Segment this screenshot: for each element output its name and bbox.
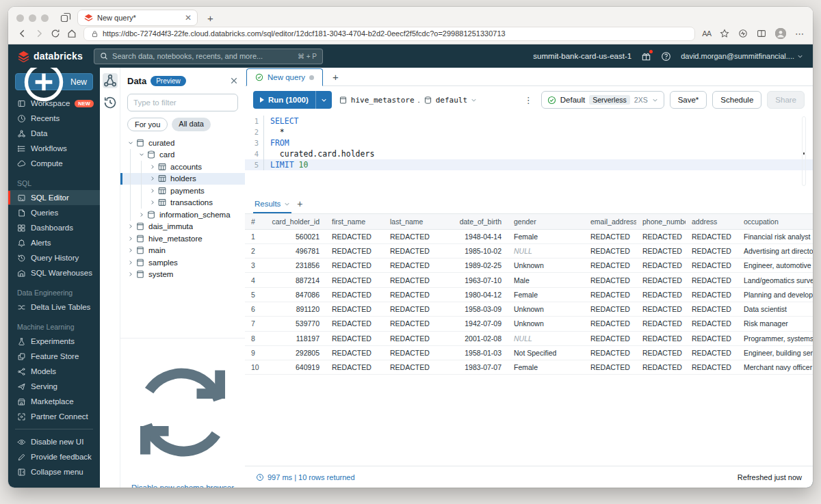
chevron-right-icon[interactable]	[148, 186, 157, 195]
back-icon[interactable]	[18, 29, 27, 38]
browser-tab[interactable]: New query* ✕	[77, 10, 198, 26]
chevron-right-icon[interactable]	[126, 246, 135, 255]
chevron-right-icon[interactable]	[126, 222, 135, 231]
minimize-window-button[interactable]	[29, 14, 36, 22]
sidebar-item-disable-new-ui[interactable]: Disable new UI	[8, 434, 100, 449]
sidebar-item-delta-live-tables[interactable]: Delta Live Tables	[8, 300, 100, 315]
schema-history-tab-icon[interactable]	[103, 95, 118, 110]
schedule-button[interactable]: Schedule	[712, 91, 761, 109]
profile-avatar[interactable]	[775, 28, 786, 39]
sidebar-item-marketplace[interactable]: Marketplace	[8, 394, 100, 409]
home-icon[interactable]	[67, 29, 77, 38]
column-header-card-holder-id[interactable]: card_holder_id	[260, 214, 326, 229]
sidebar-item-feature-store[interactable]: Feature Store	[8, 349, 100, 364]
tree-item-hive-metastore[interactable]: hive_metastore	[120, 233, 245, 245]
sql-line-5[interactable]: 5LIMIT 10	[245, 159, 813, 170]
chevron-right-icon[interactable]	[148, 174, 157, 183]
column-header-first-name[interactable]: first_name	[326, 214, 384, 229]
editor-scrollbar[interactable]	[802, 116, 806, 186]
chevron-down-icon[interactable]	[126, 138, 135, 147]
tab-overview-icon[interactable]	[60, 12, 72, 23]
column-header-address[interactable]: address	[686, 214, 738, 229]
scope-tab-all-data[interactable]: All data	[172, 118, 211, 131]
new-button[interactable]: New	[15, 73, 93, 90]
chevron-right-icon[interactable]	[148, 198, 157, 207]
sidebar-item-workflows[interactable]: Workflows	[8, 141, 100, 156]
schema-filter[interactable]	[127, 94, 238, 111]
chevron-down-icon[interactable]	[137, 150, 146, 159]
add-results-tab-button[interactable]: +	[297, 198, 302, 209]
chevron-right-icon[interactable]	[126, 270, 135, 279]
save-button[interactable]: Save*	[670, 91, 707, 109]
tree-item-accounts[interactable]: accounts	[120, 161, 245, 173]
sidebar-item-recents[interactable]: Recents	[8, 111, 100, 126]
close-tab-icon[interactable]: ✕	[185, 13, 192, 23]
sql-line-4[interactable]: 4 curated.card.holders	[245, 148, 813, 159]
new-tab-button[interactable]: +	[203, 12, 218, 24]
add-query-tab-button[interactable]: +	[323, 71, 348, 85]
window-controls[interactable]	[16, 14, 49, 22]
run-button[interactable]: Run (1000)	[253, 91, 332, 109]
tree-item-main[interactable]: main	[120, 245, 245, 257]
sql-line-2[interactable]: 2 *	[245, 127, 813, 137]
sidebar-item-query-history[interactable]: Query History	[8, 250, 100, 265]
kebab-menu-icon[interactable]: ⋮	[521, 95, 536, 105]
sidebar-item-alerts[interactable]: Alerts	[8, 235, 100, 250]
more-options-icon[interactable]: ⋯	[795, 29, 805, 39]
favorites-star-icon[interactable]	[720, 29, 729, 38]
tree-item-system[interactable]: system	[120, 269, 245, 281]
sidebar-item-compute[interactable]: Compute	[8, 156, 100, 171]
user-menu[interactable]: david.morgan@summitfinancial....	[681, 52, 803, 60]
refresh-icon[interactable]	[120, 344, 245, 481]
sidebar-item-experiments[interactable]: Experiments	[8, 334, 100, 349]
browser-essentials-icon[interactable]	[738, 29, 748, 38]
scrollbar-thumb[interactable]	[803, 152, 805, 155]
address-bar[interactable]: https://dbc-7274d4f3-22fe.cloud.databric…	[83, 27, 695, 41]
whats-new-gift-icon[interactable]	[641, 51, 651, 62]
workspace-name[interactable]: summit-bank-card-us-east-1	[533, 52, 631, 60]
tree-item-samples[interactable]: samples	[120, 256, 245, 269]
chevron-right-icon[interactable]	[137, 210, 146, 219]
sidebar-item-models[interactable]: Models	[8, 364, 100, 379]
schema-filter-input[interactable]	[133, 98, 232, 107]
column-header-gender[interactable]: gender	[508, 214, 584, 229]
results-tab[interactable]: Results	[255, 194, 290, 213]
query-tab[interactable]: New query	[246, 68, 323, 86]
zoom-window-button[interactable]	[41, 14, 49, 22]
column-header-last-name[interactable]: last_name	[384, 214, 442, 229]
catalog-schema-selector[interactable]: hive_metastore . default	[339, 96, 477, 105]
sidebar-item-provide-feedback[interactable]: Provide feedback	[8, 449, 100, 464]
tree-item-holders[interactable]: holders	[120, 173, 245, 185]
tree-item-information-schema[interactable]: information_schema	[120, 209, 245, 221]
tree-item-payments[interactable]: payments	[120, 185, 245, 197]
chevron-right-icon[interactable]	[126, 258, 135, 267]
sidebar-item-sql-warehouses[interactable]: SQL Warehouses	[8, 265, 100, 280]
sidebar-item-collapse-menu[interactable]: Collapse menu	[8, 464, 100, 479]
close-icon[interactable]	[230, 77, 238, 85]
sql-line-3[interactable]: 3FROM	[245, 137, 813, 148]
disable-schema-browser-link[interactable]: Disable new schema browser	[131, 483, 234, 488]
chevron-right-icon[interactable]	[148, 162, 157, 171]
databricks-brand[interactable]: databricks	[18, 51, 83, 62]
forward-icon[interactable]	[34, 29, 44, 38]
sidebar-item-dashboards[interactable]: Dashboards	[8, 220, 100, 235]
sidebar-item-data[interactable]: Data	[8, 126, 100, 141]
split-screen-icon[interactable]	[757, 29, 766, 38]
sql-code-editor[interactable]: 1SELECT2 *3FROM4 curated.card.holders5LI…	[245, 114, 813, 194]
column-header-row-index[interactable]: #	[245, 214, 260, 229]
sidebar-item-serving[interactable]: Serving	[8, 379, 100, 394]
schema-data-tab-icon[interactable]	[103, 73, 118, 88]
close-window-button[interactable]	[16, 14, 24, 22]
sql-line-1[interactable]: 1SELECT	[245, 116, 813, 127]
chevron-right-icon[interactable]	[126, 234, 135, 243]
column-header-occupation[interactable]: occupation	[738, 214, 813, 229]
run-options-caret[interactable]	[316, 91, 332, 109]
tree-item-card[interactable]: card	[120, 149, 245, 161]
tree-item-dais-immuta[interactable]: dais_immuta	[120, 221, 245, 233]
sidebar-item-workspace[interactable]: WorkspaceNEW	[8, 96, 100, 111]
tree-item-transactions[interactable]: transactions	[120, 197, 245, 209]
sidebar-item-partner-connect[interactable]: Partner Connect	[8, 409, 100, 424]
tree-item-curated[interactable]: curated	[120, 137, 245, 149]
scope-tab-for-you[interactable]: For you	[127, 118, 168, 131]
column-header-phone-number[interactable]: phone_number	[636, 214, 686, 229]
